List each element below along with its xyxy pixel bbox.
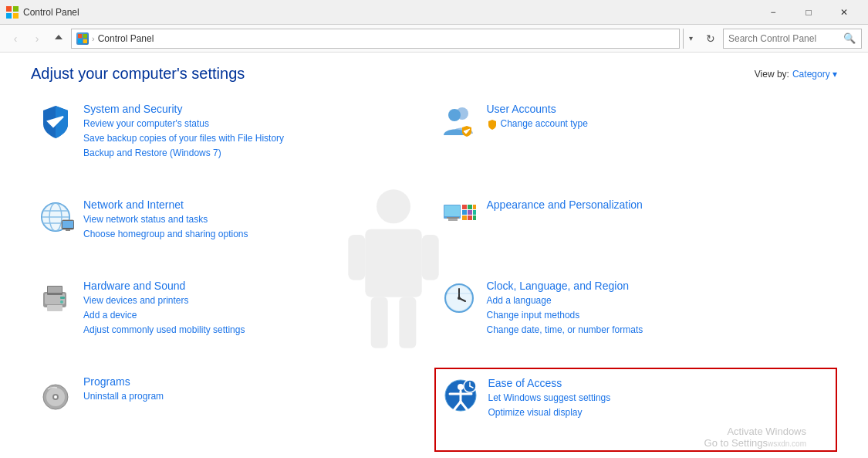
svg-rect-2 bbox=[6, 13, 12, 19]
panel-clock: Clock, Language, and Region Add a langua… bbox=[434, 272, 838, 368]
svg-rect-27 bbox=[66, 229, 70, 231]
system-security-icon bbox=[37, 103, 74, 140]
user-accounts-heading[interactable]: User Accounts bbox=[487, 103, 588, 115]
panel-programs: Programs Uninstall a program bbox=[31, 368, 434, 452]
svg-rect-44 bbox=[48, 287, 62, 293]
clock-text: Clock, Language, and Region Add a langua… bbox=[487, 280, 643, 338]
content-header: Adjust your computer's settings View by:… bbox=[0, 53, 868, 89]
svg-marker-4 bbox=[55, 35, 62, 39]
svg-rect-3 bbox=[13, 13, 19, 19]
svg-rect-30 bbox=[447, 217, 459, 219]
hardware-link-3[interactable]: Adjust commonly used mobility settings bbox=[83, 323, 245, 338]
hardware-link-1[interactable]: View devices and printers bbox=[83, 293, 245, 308]
network-text: Network and Internet View network status… bbox=[83, 198, 248, 242]
svg-rect-38 bbox=[462, 215, 467, 220]
panel-user-accounts: User Accounts Change account type bbox=[434, 95, 838, 191]
title-bar: Control Panel − □ ✕ bbox=[0, 0, 868, 25]
main-content: Adjust your computer's settings View by:… bbox=[0, 53, 868, 458]
close-button[interactable]: ✕ bbox=[826, 0, 862, 25]
panel-hardware: Hardware and Sound View devices and prin… bbox=[31, 272, 434, 368]
svg-rect-6 bbox=[83, 34, 87, 38]
minimize-button[interactable]: − bbox=[755, 0, 791, 25]
window-title: Control Panel bbox=[23, 7, 79, 18]
network-icon bbox=[37, 198, 74, 236]
ease-of-access-link-2[interactable]: Optimize visual display bbox=[488, 405, 611, 420]
svg-rect-29 bbox=[444, 205, 460, 216]
svg-rect-5 bbox=[78, 34, 82, 38]
app-icon bbox=[6, 6, 19, 19]
clock-icon bbox=[441, 280, 478, 317]
clock-heading[interactable]: Clock, Language, and Region bbox=[487, 280, 643, 292]
category-text: Category bbox=[792, 69, 830, 80]
svg-rect-34 bbox=[473, 205, 476, 209]
ease-of-access-link-1[interactable]: Let Windows suggest settings bbox=[488, 391, 611, 405]
svg-point-17 bbox=[448, 109, 461, 121]
system-security-text: System and Security Review your computer… bbox=[83, 103, 284, 161]
system-security-link-3[interactable]: Backup and Restore (Windows 7) bbox=[83, 146, 284, 161]
programs-text: Programs Uninstall a program bbox=[83, 375, 164, 404]
address-dropdown[interactable]: ▾ bbox=[683, 29, 698, 49]
svg-rect-33 bbox=[468, 205, 472, 209]
appearance-heading[interactable]: Appearance and Personalization bbox=[487, 198, 643, 211]
svg-rect-37 bbox=[473, 210, 476, 215]
watermark: Activate Windows Go to Settingswsxdn.com bbox=[704, 426, 806, 449]
view-by-label: View by: bbox=[755, 69, 789, 80]
clock-link-1[interactable]: Add a language bbox=[487, 293, 643, 308]
svg-rect-31 bbox=[448, 219, 458, 221]
user-accounts-shield-icon bbox=[487, 119, 498, 130]
system-security-link-2[interactable]: Save backup copies of your files with Fi… bbox=[83, 131, 284, 146]
svg-rect-0 bbox=[6, 6, 12, 12]
panel-grid: System and Security Review your computer… bbox=[0, 89, 868, 458]
hardware-heading[interactable]: Hardware and Sound bbox=[83, 280, 245, 292]
ease-of-access-icon bbox=[442, 377, 479, 414]
network-heading[interactable]: Network and Internet bbox=[83, 198, 248, 211]
svg-rect-26 bbox=[62, 221, 73, 228]
watermark-line2: Go to Settingswsxdn.com bbox=[704, 437, 806, 449]
clock-link-3[interactable]: Change date, time, or number formats bbox=[487, 323, 643, 338]
svg-rect-8 bbox=[83, 39, 87, 42]
svg-rect-40 bbox=[473, 215, 476, 220]
search-icon[interactable]: 🔍 bbox=[843, 31, 856, 46]
hardware-link-2[interactable]: Add a device bbox=[83, 308, 245, 323]
appearance-text: Appearance and Personalization bbox=[487, 198, 643, 212]
category-link[interactable]: Category ▾ bbox=[792, 69, 837, 80]
svg-rect-45 bbox=[47, 305, 62, 311]
user-accounts-icon bbox=[441, 103, 478, 140]
panel-network: Network and Internet View network status… bbox=[31, 191, 434, 272]
back-button[interactable]: ‹ bbox=[6, 29, 25, 48]
svg-rect-1 bbox=[13, 6, 19, 12]
hardware-text: Hardware and Sound View devices and prin… bbox=[83, 280, 245, 338]
programs-icon bbox=[37, 375, 74, 412]
clock-link-2[interactable]: Change input methods bbox=[487, 308, 643, 323]
hardware-icon bbox=[37, 280, 74, 317]
page-title: Adjust your computer's settings bbox=[31, 65, 245, 83]
svg-rect-36 bbox=[468, 210, 472, 215]
system-security-heading[interactable]: System and Security bbox=[83, 103, 284, 115]
maximize-button[interactable]: □ bbox=[791, 0, 826, 25]
svg-point-47 bbox=[60, 300, 63, 304]
address-field[interactable]: › Control Panel bbox=[71, 29, 680, 49]
ease-of-access-text: Ease of Access Let Windows suggest setti… bbox=[488, 377, 611, 420]
refresh-button[interactable]: ↻ bbox=[701, 29, 720, 48]
ease-of-access-heading[interactable]: Ease of Access bbox=[488, 377, 611, 389]
user-accounts-link-1[interactable]: Change account type bbox=[501, 117, 588, 131]
forward-button[interactable]: › bbox=[28, 29, 46, 48]
svg-point-57 bbox=[54, 395, 57, 399]
window-controls: − □ ✕ bbox=[755, 0, 862, 25]
svg-rect-32 bbox=[462, 205, 467, 209]
search-input[interactable] bbox=[728, 33, 840, 44]
user-accounts-text: User Accounts Change account type bbox=[487, 103, 588, 131]
category-arrow: ▾ bbox=[833, 69, 837, 80]
svg-rect-39 bbox=[468, 215, 472, 220]
up-button[interactable] bbox=[49, 29, 68, 48]
search-box[interactable]: 🔍 bbox=[723, 29, 862, 49]
appearance-icon bbox=[441, 198, 478, 236]
svg-rect-35 bbox=[462, 210, 467, 215]
network-link-2[interactable]: Choose homegroup and sharing options bbox=[83, 227, 248, 242]
system-security-link-1[interactable]: Review your computer's status bbox=[83, 117, 284, 131]
svg-rect-46 bbox=[60, 297, 65, 299]
network-link-1[interactable]: View network status and tasks bbox=[83, 212, 248, 227]
programs-link-1[interactable]: Uninstall a program bbox=[83, 389, 164, 404]
panel-system-security: System and Security Review your computer… bbox=[31, 95, 434, 191]
programs-heading[interactable]: Programs bbox=[83, 375, 164, 388]
